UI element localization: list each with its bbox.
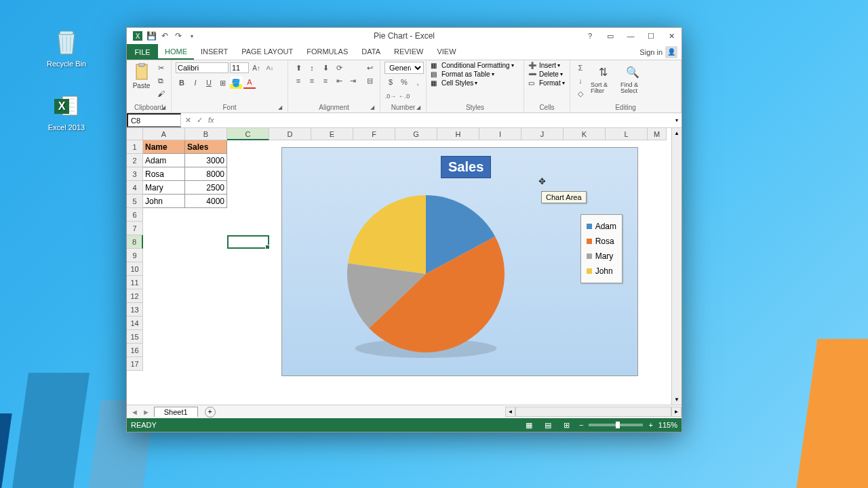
alignment-launcher-icon[interactable]: ◢: [369, 104, 376, 111]
row-header-1[interactable]: 1: [127, 140, 143, 154]
spreadsheet-grid[interactable]: ABCDEFGHIJKLM 1234567891011121314151617 …: [127, 128, 671, 405]
orientation-icon[interactable]: ⟳: [333, 62, 345, 74]
row-header-8[interactable]: 8: [127, 235, 143, 249]
scroll-up-icon[interactable]: ▲: [672, 128, 682, 138]
name-box[interactable]: [127, 113, 181, 127]
align-bottom-icon[interactable]: ⬇: [319, 62, 332, 74]
tab-view[interactable]: VIEW: [430, 44, 462, 60]
save-icon[interactable]: 💾: [146, 30, 157, 41]
cell-A5[interactable]: John: [143, 195, 185, 208]
italic-button[interactable]: I: [189, 77, 201, 89]
cell-B4[interactable]: 2500: [185, 181, 227, 195]
cell-B3[interactable]: 8000: [185, 167, 227, 181]
wrap-text-icon[interactable]: ↩: [361, 62, 378, 74]
insert-cells-button[interactable]: ➕Insert▾: [528, 62, 560, 69]
legend-item-Mary[interactable]: Mary: [587, 249, 616, 264]
row-header-16[interactable]: 16: [127, 344, 143, 357]
scroll-down-icon[interactable]: ▼: [672, 394, 682, 405]
legend-item-Adam[interactable]: Adam: [587, 219, 616, 234]
fill-color-icon[interactable]: 🪣: [230, 77, 242, 89]
qat-customize-icon[interactable]: ▾: [186, 30, 197, 41]
sheet-tab-active[interactable]: Sheet1: [154, 407, 198, 417]
tab-review[interactable]: REVIEW: [387, 44, 430, 60]
cell-B1[interactable]: Sales: [185, 140, 227, 154]
chart-legend[interactable]: AdamRosaMaryJohn: [580, 214, 623, 283]
select-all-button[interactable]: [127, 128, 143, 140]
column-header-A[interactable]: A: [143, 128, 185, 140]
cut-icon[interactable]: ✂: [155, 62, 167, 74]
paste-button[interactable]: Paste: [131, 62, 152, 91]
align-middle-icon[interactable]: ↕: [306, 62, 318, 74]
legend-item-Rosa[interactable]: Rosa: [587, 234, 616, 249]
maximize-button[interactable]: ☐: [644, 30, 658, 42]
row-header-17[interactable]: 17: [127, 357, 143, 371]
column-header-H[interactable]: H: [437, 128, 479, 140]
clear-icon[interactable]: ◇: [574, 87, 587, 100]
recycle-bin-icon[interactable]: Recycle Bin: [45, 27, 88, 68]
fill-icon[interactable]: ↓: [574, 75, 587, 87]
clipboard-launcher-icon[interactable]: ◢: [160, 104, 167, 111]
cell-A1[interactable]: Name: [143, 140, 185, 154]
vertical-scrollbar[interactable]: ▲ ▼: [671, 128, 682, 405]
tab-data[interactable]: DATA: [355, 44, 387, 60]
legend-item-John[interactable]: John: [587, 264, 616, 279]
minimize-button[interactable]: —: [623, 30, 638, 42]
merge-center-icon[interactable]: ⊟: [361, 75, 378, 87]
row-header-12[interactable]: 12: [127, 289, 143, 303]
undo-icon[interactable]: ↶: [159, 30, 170, 41]
row-header-10[interactable]: 10: [127, 262, 143, 276]
comma-icon[interactable]: ,: [412, 76, 424, 88]
zoom-out-icon[interactable]: −: [579, 421, 583, 429]
font-color-icon[interactable]: A: [243, 77, 256, 89]
tab-formulas[interactable]: FORMULAS: [300, 44, 355, 60]
add-sheet-button[interactable]: +: [205, 407, 216, 418]
cancel-formula-icon[interactable]: ✕: [185, 116, 191, 125]
cell-B2[interactable]: 3000: [185, 154, 227, 167]
number-format-select[interactable]: General: [384, 62, 424, 74]
row-header-3[interactable]: 3: [127, 167, 143, 181]
enter-formula-icon[interactable]: ✓: [197, 116, 203, 125]
help-button[interactable]: ?: [583, 30, 597, 42]
tab-home[interactable]: HOME: [158, 44, 194, 60]
borders-icon[interactable]: ⊞: [216, 77, 229, 89]
currency-icon[interactable]: $: [384, 76, 397, 88]
row-header-6[interactable]: 6: [127, 208, 143, 222]
column-header-E[interactable]: E: [311, 128, 353, 140]
file-tab[interactable]: FILE: [127, 44, 158, 60]
scroll-right-icon[interactable]: ►: [671, 407, 682, 417]
horizontal-scrollbar[interactable]: ◄ ►: [505, 407, 682, 417]
row-header-14[interactable]: 14: [127, 317, 143, 330]
column-header-B[interactable]: B: [185, 128, 227, 140]
decrease-decimal-icon[interactable]: ←.0: [398, 90, 410, 102]
column-header-I[interactable]: I: [479, 128, 521, 140]
cell-styles-button[interactable]: ▦Cell Styles▾: [431, 79, 477, 87]
pie-slice-John[interactable]: [348, 195, 426, 274]
column-header-J[interactable]: J: [521, 128, 564, 140]
row-header-13[interactable]: 13: [127, 303, 143, 317]
font-name-input[interactable]: [176, 62, 229, 73]
decrease-indent-icon[interactable]: ⇤: [333, 75, 345, 87]
column-header-C[interactable]: C: [227, 128, 269, 140]
autosum-icon[interactable]: Σ: [574, 62, 587, 74]
pie-chart-object[interactable]: Sales ✥ Chart Area AdamRosaMaryJohn: [281, 147, 638, 376]
grow-font-icon[interactable]: A↑: [250, 62, 262, 74]
sheet-nav-next-icon[interactable]: ►: [142, 408, 150, 416]
column-header-M[interactable]: M: [648, 128, 667, 140]
number-launcher-icon[interactable]: ◢: [415, 104, 422, 111]
scroll-left-icon[interactable]: ◄: [505, 407, 515, 417]
normal-view-icon[interactable]: ▦: [522, 420, 536, 430]
cell-A2[interactable]: Adam: [143, 154, 185, 167]
format-cells-button[interactable]: ▭Format▾: [528, 79, 565, 87]
align-left-icon[interactable]: ≡: [292, 75, 304, 87]
excel-icon[interactable]: X: [132, 30, 143, 41]
fx-icon[interactable]: fx: [208, 116, 214, 125]
find-select-button[interactable]: 🔍 Find & Select: [619, 62, 646, 96]
font-size-input[interactable]: [230, 62, 249, 73]
expand-formula-bar-icon[interactable]: ▾: [672, 117, 682, 123]
sheet-nav-prev-icon[interactable]: ◄: [131, 408, 138, 416]
formula-input[interactable]: [218, 117, 672, 125]
format-as-table-button[interactable]: ▤Format as Table▾: [431, 70, 494, 78]
sign-in-link[interactable]: Sign in 👤: [635, 44, 682, 60]
column-header-F[interactable]: F: [353, 128, 395, 140]
row-header-2[interactable]: 2: [127, 154, 143, 167]
